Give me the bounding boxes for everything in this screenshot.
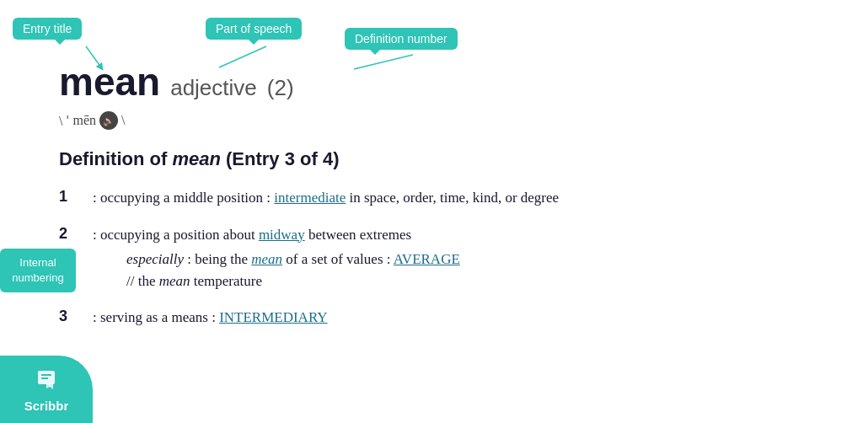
- def2-text-before: : occupying a position about: [93, 227, 259, 243]
- def2-sub-text-before: : being the: [184, 251, 251, 267]
- def2-link-midway[interactable]: midway: [259, 227, 305, 243]
- entry-pos: adjective: [170, 75, 257, 101]
- main-content: mean adjective (2) \ ˈ mēn \ Definition …: [59, 59, 843, 344]
- def2-link-mean[interactable]: mean: [251, 251, 282, 267]
- pronunciation-line: \ ˈ mēn \: [59, 111, 843, 130]
- definition-item-3: 3 : serving as a means : INTERMEDIARY: [59, 307, 843, 329]
- def2-slash-text: // the mean temperature: [126, 273, 262, 289]
- def1-text-before: : occupying a middle position :: [93, 190, 274, 206]
- def2-sub: especially : being the mean of a set of …: [93, 249, 843, 292]
- def-number-2: 2: [59, 224, 93, 243]
- entry-title-tooltip: Entry title: [13, 18, 82, 40]
- sound-icon[interactable]: [99, 111, 118, 130]
- pron-text: mēn: [72, 113, 96, 128]
- def-of-label: Definition of: [59, 148, 172, 169]
- entry-heading: mean adjective (2): [59, 59, 843, 104]
- def1-link-intermediate[interactable]: intermediate: [274, 190, 346, 206]
- def3-link-intermediary[interactable]: INTERMEDIARY: [219, 309, 327, 325]
- def-number-1: 1: [59, 187, 93, 206]
- def2-sub-text-mid: of a set of values :: [282, 251, 394, 267]
- scribbr-logo[interactable]: Scribbr: [0, 356, 93, 423]
- def-body-3: : serving as a means : INTERMEDIARY: [93, 307, 843, 329]
- entry-defnum: (2): [267, 75, 294, 101]
- def2-link-average[interactable]: AVERAGE: [394, 251, 460, 267]
- definitions-list: 1 : occupying a middle position : interm…: [59, 187, 843, 329]
- def-of-word: mean: [172, 148, 220, 169]
- scribbr-icon: [35, 367, 58, 395]
- def-body-2: : occupying a position about midway betw…: [93, 224, 843, 292]
- def2-especially: especially: [126, 251, 184, 267]
- def-number-3: 3: [59, 307, 93, 325]
- pron-backslash-open: \ ˈ: [59, 113, 69, 129]
- pron-backslash-close: \: [121, 113, 125, 128]
- scribbr-name: Scribbr: [24, 399, 69, 413]
- part-of-speech-tooltip: Part of speech: [206, 18, 302, 40]
- internal-numbering-label: Internalnumbering: [12, 256, 63, 284]
- definition-number-tooltip: Definition number: [345, 28, 458, 50]
- definition-of-header: Definition of mean (Entry 3 of 4): [59, 148, 843, 170]
- def3-text-before: : serving as a means :: [93, 309, 219, 325]
- def1-text-after: in space, order, time, kind, or degree: [346, 190, 559, 206]
- def-body-1: : occupying a middle position : intermed…: [93, 187, 843, 209]
- entry-word: mean: [59, 59, 160, 104]
- def-of-entry: (Entry 3 of 4): [221, 148, 340, 169]
- internal-numbering-tooltip: Internalnumbering: [0, 249, 76, 292]
- definition-item-1: 1 : occupying a middle position : interm…: [59, 187, 843, 209]
- def2-text-after: between extremes: [305, 227, 412, 243]
- definition-item-2: 2 : occupying a position about midway be…: [59, 224, 843, 292]
